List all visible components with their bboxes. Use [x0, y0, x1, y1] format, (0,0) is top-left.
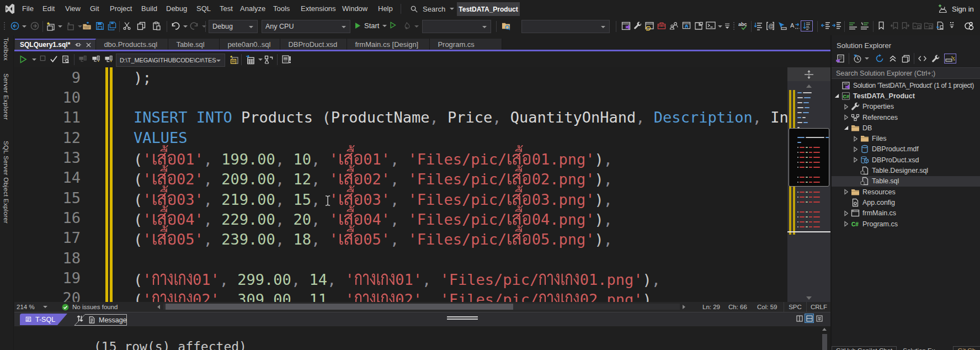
format-document-button[interactable]	[849, 22, 858, 30]
dropdown-caret-icon[interactable]	[258, 59, 263, 61]
tree-item-resources[interactable]: Resources	[832, 187, 980, 197]
previous-bookmark-folder-button[interactable]	[912, 22, 922, 30]
expander-closed-icon[interactable]	[851, 157, 860, 163]
start-without-debugging-button[interactable]	[390, 22, 396, 29]
tree-item-db[interactable]: DB	[832, 123, 980, 133]
expander-open-icon[interactable]	[842, 125, 850, 130]
scroll-right-arrow[interactable]	[683, 305, 685, 309]
tree-item-solution-testdata-product-1-of-1-project[interactable]: Solution 'TestDATA_Product' (1 of 1 proj…	[832, 80, 980, 91]
sort-lines-button[interactable]	[754, 22, 763, 30]
sync-with-active-document-icon[interactable]	[875, 54, 884, 63]
menu-tools[interactable]: Tools	[273, 0, 290, 18]
undo-button[interactable]	[171, 22, 180, 30]
expander-closed-icon[interactable]	[842, 189, 850, 195]
next-bookmark-folder-button[interactable]	[924, 22, 934, 30]
splitter-handle[interactable]	[787, 67, 830, 81]
tab-tsql[interactable]: T-SQL	[20, 314, 67, 325]
database-select[interactable]: D:\T_MEGA\GITHUBCODE\C#\TES	[116, 54, 225, 67]
community-button[interactable]	[964, 22, 974, 30]
expander-closed-icon[interactable]	[842, 114, 850, 120]
live-share-button[interactable]	[669, 22, 679, 30]
dropdown-caret-icon[interactable]	[718, 25, 722, 28]
code-editor[interactable]: 9);1011INSERT INTO Products (ProductName…	[14, 67, 830, 302]
menu-window[interactable]: Window	[342, 0, 368, 18]
document-bookmarks-button[interactable]	[936, 22, 945, 30]
swap-updown-icon[interactable]	[76, 315, 84, 322]
execute-query-button[interactable]	[20, 55, 27, 63]
stop-execution-button[interactable]	[40, 55, 46, 61]
search-control[interactable]: Search	[401, 0, 454, 18]
start-debugging-button[interactable]: Start	[355, 22, 387, 30]
doc-tab-active[interactable]: SQLQuery1.sql *	[15, 39, 96, 50]
window-tab-git-ch[interactable]: Git Ch	[953, 346, 980, 350]
menu-build[interactable]: Build	[141, 0, 157, 18]
pending-changes-filter-icon[interactable]	[853, 54, 862, 63]
expander-closed-icon[interactable]	[842, 210, 850, 216]
word-wrap-button[interactable]	[802, 22, 812, 30]
toolbox-button[interactable]	[657, 22, 666, 30]
window-tab-solution-ex[interactable]: Solution Ex	[898, 346, 939, 350]
dropdown-caret-icon[interactable]	[78, 25, 82, 28]
dock-tab-server-explorer[interactable]: Server Explorer	[3, 73, 9, 120]
split-horizontal-icon[interactable]	[805, 314, 813, 322]
pane-splitter-grip[interactable]	[447, 316, 478, 320]
scroll-down-arrow[interactable]	[787, 295, 830, 301]
attribute-brackets-button[interactable]	[766, 22, 775, 30]
status-line-ending[interactable]: CRLF	[807, 302, 830, 312]
add-item-button[interactable]	[66, 22, 76, 31]
decrease-indent-button[interactable]	[821, 22, 830, 29]
menu-file[interactable]: File	[22, 0, 34, 18]
scrollbar-minimap[interactable]	[787, 67, 830, 302]
tree-item-properties[interactable]: Properties	[832, 102, 980, 112]
query-options-button[interactable]	[61, 55, 70, 63]
menu-analyze[interactable]: Analyze	[240, 0, 265, 18]
disconnect-icon[interactable]	[78, 55, 87, 63]
expander-closed-icon[interactable]	[842, 221, 850, 227]
scroll-left-arrow[interactable]	[157, 305, 160, 309]
zoom-level[interactable]: 214 %	[17, 304, 35, 310]
properties-wrench-icon[interactable]	[931, 55, 940, 63]
new-query-button[interactable]	[229, 55, 239, 65]
navigate-back-button[interactable]	[10, 22, 19, 30]
next-bookmark-button[interactable]	[901, 22, 910, 30]
expander-open-icon[interactable]	[833, 93, 841, 98]
horizontal-scrollbar[interactable]	[157, 303, 688, 311]
filter-caret-icon[interactable]	[865, 57, 869, 60]
paste-button[interactable]	[152, 22, 161, 30]
caret-select-button[interactable]	[777, 22, 787, 30]
command-window-button[interactable]	[706, 22, 716, 29]
expander-closed-icon[interactable]	[851, 146, 860, 152]
scroll-up-arrow[interactable]	[787, 83, 830, 89]
collapse-pane-icon[interactable]	[815, 314, 823, 322]
tree-item-dbproduct-xsd[interactable]: DBProDuct.xsd	[832, 155, 980, 165]
cut-button[interactable]	[122, 22, 131, 30]
tree-item-testdata-product[interactable]: TestDATA_Product	[832, 91, 980, 101]
dropdown-caret-icon[interactable]	[22, 25, 26, 28]
pin-icon[interactable]	[74, 41, 82, 49]
menu-extensions[interactable]: Extensions	[301, 0, 336, 18]
window-tab-github-copilot-chat[interactable]: GitHub Copilot Chat	[832, 346, 897, 350]
tree-item-app-config[interactable]: App.config	[832, 197, 980, 208]
switch-views-icon[interactable]	[835, 54, 845, 63]
scrollbar-thumb[interactable]	[166, 304, 513, 310]
find-combo[interactable]	[422, 20, 491, 33]
message-vertical-scrollbar[interactable]	[821, 327, 828, 350]
doc-tab-4[interactable]: DBProDuct.xsd	[280, 39, 347, 50]
parse-query-button[interactable]	[50, 55, 58, 62]
tree-item-table-sql[interactable]: Table.sql	[832, 176, 980, 187]
solution-platform-select[interactable]: Any CPU	[262, 20, 350, 33]
navigate-forward-button[interactable]	[30, 22, 39, 30]
find-in-files-button[interactable]	[501, 22, 512, 31]
expander-closed-icon[interactable]	[851, 136, 860, 142]
convert-case-button[interactable]	[790, 22, 800, 30]
menu-git[interactable]: Git	[90, 0, 99, 18]
expander-closed-icon[interactable]	[842, 104, 850, 110]
close-icon[interactable]	[86, 42, 92, 48]
menu-edit[interactable]: Edit	[42, 0, 55, 18]
doc-tab-5[interactable]: frmMain.cs [Design]	[347, 39, 430, 50]
layout-button[interactable]	[694, 22, 703, 30]
search-target-combo[interactable]	[521, 20, 610, 33]
tools-button[interactable]	[633, 22, 642, 30]
open-file-button[interactable]	[82, 22, 92, 31]
properties-pages-icon[interactable]	[902, 55, 910, 63]
